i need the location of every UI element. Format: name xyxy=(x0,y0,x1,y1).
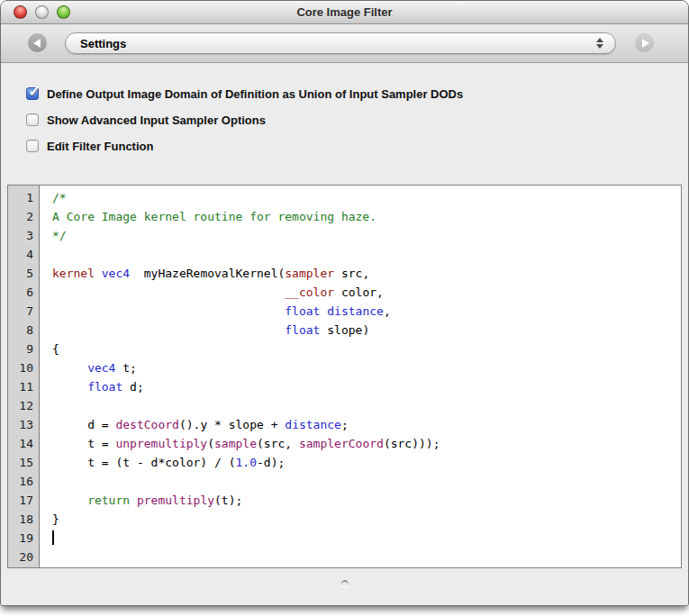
checkbox-unchecked[interactable] xyxy=(26,140,39,152)
line-number: 14 xyxy=(8,434,33,453)
code-line xyxy=(52,396,681,415)
line-number: 9 xyxy=(8,340,33,358)
code-line: d = destCoord().y * slope + distance; xyxy=(52,415,681,434)
code-line: float slope) xyxy=(52,321,681,340)
code-line: /* xyxy=(52,188,681,207)
checkbox-row[interactable]: Edit Filter Function xyxy=(26,139,688,153)
code-line: kernel vec4 myHazeRemovalKernel(sampler … xyxy=(52,264,681,283)
checkbox-label: Edit Filter Function xyxy=(47,140,153,153)
code-line: float d; xyxy=(52,377,681,396)
line-number: 7 xyxy=(8,302,33,321)
code-line: vec4 t; xyxy=(52,358,681,377)
zoom-button[interactable] xyxy=(57,5,70,19)
line-number: 10 xyxy=(8,358,33,377)
code-lines[interactable]: /*A Core Image kernel routine for removi… xyxy=(40,186,681,567)
checkbox-label: Show Advanced Input Sampler Options xyxy=(47,113,266,127)
back-arrow-icon xyxy=(33,39,41,48)
close-button[interactable] xyxy=(14,5,27,19)
options-panel: Define Output Image Domain of Definition… xyxy=(1,63,688,185)
line-number: 20 xyxy=(8,548,33,566)
settings-popup-value: Settings xyxy=(80,37,126,50)
code-line: float distance, xyxy=(52,302,681,321)
resize-grip-icon[interactable] xyxy=(340,580,349,586)
code-line: t = (t - d*color) / (1.0-d); xyxy=(52,453,681,472)
line-number: 19 xyxy=(8,529,33,548)
minimize-button[interactable] xyxy=(35,5,49,19)
title-bar[interactable]: Core Image Filter xyxy=(1,1,688,24)
line-number: 1 xyxy=(8,188,33,207)
checkbox-label: Define Output Image Domain of Definition… xyxy=(47,87,463,101)
line-number: 17 xyxy=(8,491,33,510)
code-line xyxy=(52,529,681,548)
code-line xyxy=(52,245,681,264)
line-number: 11 xyxy=(8,377,33,396)
line-number: 13 xyxy=(8,415,33,434)
popup-updown-arrows-icon xyxy=(596,38,603,49)
forward-arrow-icon xyxy=(642,39,649,48)
code-line xyxy=(52,472,681,491)
code-line xyxy=(52,548,681,566)
code-line: } xyxy=(52,510,681,529)
line-number-gutter: 1234567891011121314151617181920 xyxy=(8,186,40,567)
line-number: 6 xyxy=(8,283,33,302)
checkbox-row[interactable]: Show Advanced Input Sampler Options xyxy=(26,113,688,127)
window-title: Core Image Filter xyxy=(296,5,392,19)
line-number: 4 xyxy=(8,245,33,264)
code-line: t = unpremultiply(sample(src, samplerCoo… xyxy=(52,434,681,453)
text-cursor xyxy=(52,530,54,545)
line-number: 3 xyxy=(8,226,33,245)
checkbox-row[interactable]: Define Output Image Domain of Definition… xyxy=(26,86,688,101)
settings-popup-button[interactable]: Settings xyxy=(65,32,616,54)
code-editor[interactable]: 1234567891011121314151617181920 /*A Core… xyxy=(7,185,682,568)
toolbar: Settings xyxy=(1,24,688,63)
code-line: { xyxy=(52,340,681,358)
code-line: */ xyxy=(52,226,681,245)
forward-button[interactable] xyxy=(635,33,654,52)
back-button[interactable] xyxy=(28,33,47,52)
line-number: 2 xyxy=(8,207,33,226)
checkbox-unchecked[interactable] xyxy=(26,113,39,126)
line-number: 18 xyxy=(8,510,33,529)
code-line: __color color, xyxy=(52,283,681,302)
line-number: 8 xyxy=(8,321,33,340)
code-line: A Core Image kernel routine for removing… xyxy=(52,207,681,226)
code-line: return premultiply(t); xyxy=(52,491,681,510)
checkbox-checked[interactable] xyxy=(26,87,39,100)
traffic-lights xyxy=(14,5,70,19)
footer-bar xyxy=(1,568,688,605)
line-number: 12 xyxy=(8,396,33,415)
line-number: 5 xyxy=(8,264,33,283)
line-number: 16 xyxy=(8,472,33,491)
line-number: 15 xyxy=(8,453,33,472)
core-image-filter-window: Core Image Filter Settings Define Output… xyxy=(0,0,689,606)
